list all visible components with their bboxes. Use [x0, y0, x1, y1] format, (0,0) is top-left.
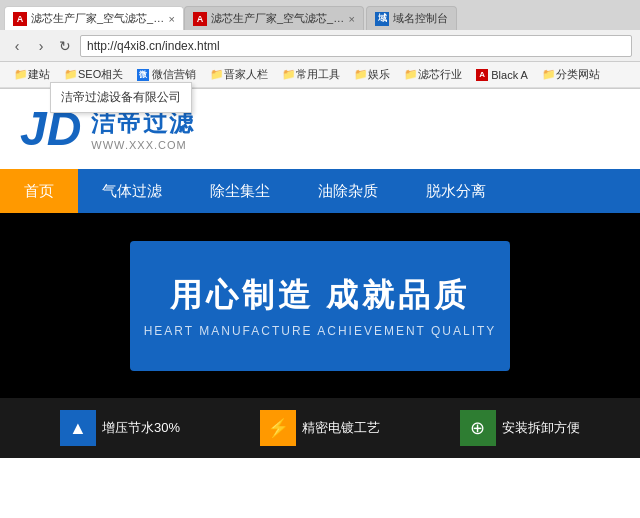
nav-item-gas[interactable]: 气体过滤	[78, 169, 186, 213]
logo-subtitle: WWW.XXX.COM	[91, 139, 195, 151]
black-a-favicon: A	[476, 69, 488, 81]
bookmark-yule[interactable]: 📁 娱乐	[348, 66, 396, 83]
nav-item-home[interactable]: 首页	[0, 169, 78, 213]
bookmark-label: 娱乐	[368, 67, 390, 82]
hero-main-text: 用心制造 成就品质	[170, 274, 471, 318]
browser-chrome: A 滤芯生产厂家_空气滤芯_除尘滤... × A 滤芯生产厂家_空气滤芯_除尘滤…	[0, 0, 640, 89]
bookmark-weixin[interactable]: 微 微信营销	[131, 66, 202, 83]
nav-item-oil[interactable]: 油除杂质	[294, 169, 402, 213]
bookmark-label: 滤芯行业	[418, 67, 462, 82]
tab-favicon-1: A	[13, 12, 27, 26]
nav-label: 除尘集尘	[210, 182, 270, 201]
weixin-favicon: 微	[137, 69, 149, 81]
forward-button[interactable]: ›	[32, 37, 50, 55]
tab-active[interactable]: A 滤芯生产厂家_空气滤芯_除尘滤... ×	[4, 6, 184, 30]
feature-3: ⊕ 安装拆卸方便	[460, 410, 580, 446]
tab-label-2: 滤芯生产厂家_空气滤芯_除尘滤...	[211, 11, 345, 26]
feature-1: ▲ 增压节水30%	[60, 410, 180, 446]
folder-icon: 📁	[404, 68, 418, 81]
bookmark-tools[interactable]: 📁 常用工具	[276, 66, 346, 83]
tab-label-1: 滤芯生产厂家_空气滤芯_除尘滤...	[31, 11, 165, 26]
feature-label-3: 安装拆卸方便	[502, 419, 580, 437]
bookmark-label: 常用工具	[296, 67, 340, 82]
reload-button[interactable]: ↻	[56, 37, 74, 55]
feature-label-2: 精密电镀工艺	[302, 419, 380, 437]
bookmark-label: 晋家人栏	[224, 67, 268, 82]
folder-icon: 📁	[210, 68, 224, 81]
tab-favicon-2: A	[193, 12, 207, 26]
tab-close-1[interactable]: ×	[169, 13, 175, 25]
feature-label-1: 增压节水30%	[102, 419, 180, 437]
bookmark-label: 建站	[28, 67, 50, 82]
folder-icon: 📁	[14, 68, 28, 81]
bookmark-label: SEO相关	[78, 67, 123, 82]
logo-text-area: 洁帝过滤 WWW.XXX.COM	[91, 107, 195, 151]
bookmark-luxin[interactable]: 📁 滤芯行业	[398, 66, 468, 83]
bookmark-jinjia[interactable]: 📁 晋家人栏	[204, 66, 274, 83]
nav-menu: 首页 气体过滤 除尘集尘 油除杂质 脱水分离	[0, 169, 640, 213]
bookmark-label: 微信营销	[152, 67, 196, 82]
folder-icon: 📁	[354, 68, 368, 81]
feature-icon-3: ⊕	[460, 410, 496, 446]
nav-label: 气体过滤	[102, 182, 162, 201]
tab-2[interactable]: A 滤芯生产厂家_空气滤芯_除尘滤... ×	[184, 6, 364, 30]
back-button[interactable]: ‹	[8, 37, 26, 55]
address-input[interactable]	[80, 35, 632, 57]
bookmark-seo[interactable]: 📁 SEO相关	[58, 66, 129, 83]
bookmark-dropdown[interactable]: 洁帝过滤设备有限公司	[50, 82, 192, 113]
hero-banner: 用心制造 成就品质 HEART MANUFACTURE ACHIEVEMENT …	[130, 241, 510, 371]
site-content: JD 洁帝过滤 WWW.XXX.COM 首页 气体过滤 除尘集尘 油除杂质 脱水…	[0, 89, 640, 458]
nav-label: 油除杂质	[318, 182, 378, 201]
nav-item-dust[interactable]: 除尘集尘	[186, 169, 294, 213]
bookmark-black-a[interactable]: A Black A	[470, 68, 534, 82]
dropdown-item-label: 洁帝过滤设备有限公司	[61, 90, 181, 104]
folder-icon: 📁	[64, 68, 78, 81]
features-row: ▲ 增压节水30% ⚡ 精密电镀工艺 ⊕ 安装拆卸方便	[0, 398, 640, 458]
folder-icon: 📁	[282, 68, 296, 81]
folder-icon: 📁	[542, 68, 556, 81]
tab-label-3: 域名控制台	[393, 11, 448, 26]
tab-favicon-3: 域	[375, 12, 389, 26]
bookmark-label: 分类网站	[556, 67, 600, 82]
feature-icon-1: ▲	[60, 410, 96, 446]
bookmark-jianzhan[interactable]: 📁 建站	[8, 66, 56, 83]
feature-2: ⚡ 精密电镀工艺	[260, 410, 380, 446]
tab-close-2[interactable]: ×	[349, 13, 355, 25]
nav-label: 首页	[24, 182, 54, 201]
hero-sub-text: HEART MANUFACTURE ACHIEVEMENT QUALITY	[144, 324, 497, 338]
nav-item-dewater[interactable]: 脱水分离	[402, 169, 510, 213]
nav-label: 脱水分离	[426, 182, 486, 201]
feature-icon-2: ⚡	[260, 410, 296, 446]
hero-section: 用心制造 成就品质 HEART MANUFACTURE ACHIEVEMENT …	[0, 213, 640, 398]
tab-3[interactable]: 域 域名控制台	[366, 6, 457, 30]
bookmark-fenlei[interactable]: 📁 分类网站	[536, 66, 606, 83]
tab-bar: A 滤芯生产厂家_空气滤芯_除尘滤... × A 滤芯生产厂家_空气滤芯_除尘滤…	[0, 0, 640, 30]
address-bar-row: ‹ › ↻	[0, 30, 640, 62]
bookmark-label: Black A	[491, 69, 528, 81]
